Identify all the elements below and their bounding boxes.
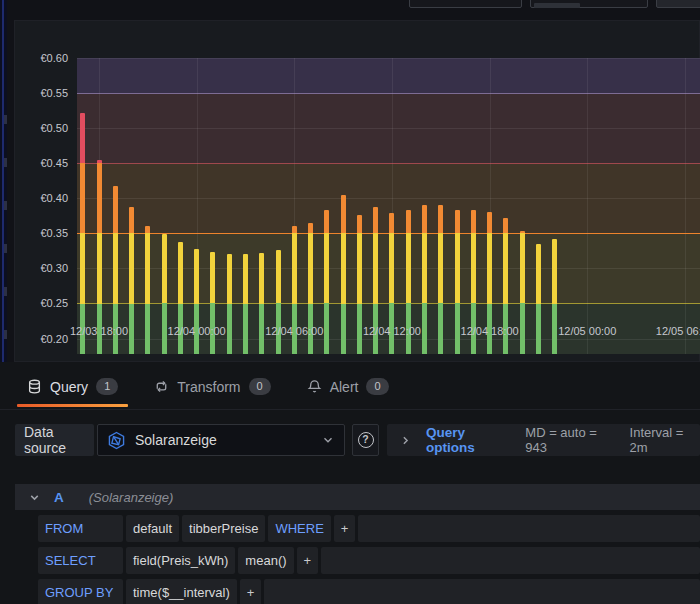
y-tick-label: €0.45 bbox=[15, 157, 68, 169]
tab-transform-count-badge: 0 bbox=[249, 378, 271, 395]
y-tick-label: €0.30 bbox=[15, 262, 68, 274]
price-bar bbox=[227, 254, 232, 354]
cropped-button-segment bbox=[534, 3, 580, 8]
price-bar bbox=[194, 249, 199, 354]
x-tick-label: 12/05 06:00 bbox=[640, 325, 700, 337]
query-row-from: FROMdefaulttibberPreiseWHERE+ bbox=[38, 515, 700, 542]
x-tick-label: 12/04 00:00 bbox=[152, 325, 242, 337]
left-strip-mark bbox=[4, 115, 7, 124]
x-tick-label: 12/05 00:00 bbox=[542, 325, 632, 337]
h-gridline bbox=[77, 128, 700, 129]
threshold-line bbox=[77, 93, 700, 94]
price-bar bbox=[243, 254, 248, 354]
price-bar bbox=[341, 195, 346, 354]
y-tick-label: €0.35 bbox=[15, 227, 68, 239]
datasource-label: Data source bbox=[15, 424, 94, 456]
datasource-value: Solaranzeige bbox=[135, 432, 217, 448]
transform-icon bbox=[154, 379, 169, 394]
question-circle-icon: ? bbox=[358, 432, 374, 448]
interval-stat: Interval = 2m bbox=[630, 425, 700, 455]
y-tick-label: €0.40 bbox=[15, 192, 68, 204]
query-row-filler bbox=[358, 515, 700, 542]
price-bar bbox=[145, 226, 150, 354]
query-keyword-label[interactable]: GROUP BY bbox=[38, 579, 123, 604]
query-datasource-hint: (Solaranzeige) bbox=[89, 490, 174, 505]
tabs-divider bbox=[0, 409, 700, 410]
chevron-down-icon bbox=[28, 491, 41, 504]
query-options-label: Query options bbox=[426, 425, 511, 455]
tab-query-count-badge: 1 bbox=[96, 378, 118, 395]
x-tick-label: 12/03 18:00 bbox=[54, 325, 144, 337]
bar-chart-plot bbox=[77, 58, 700, 354]
tab-alert-count-badge: 0 bbox=[366, 378, 388, 395]
query-ref-id: A bbox=[54, 490, 64, 505]
tab-alert-label: Alert bbox=[330, 379, 359, 395]
v-gridline bbox=[587, 58, 588, 354]
price-bar bbox=[438, 205, 443, 354]
chevron-right-icon bbox=[399, 434, 412, 447]
price-bar bbox=[259, 253, 264, 354]
query-value-segment[interactable]: tibberPreise bbox=[182, 515, 265, 542]
bell-icon bbox=[307, 379, 322, 394]
editor-tabs: Query 1 Transform 0 bbox=[17, 378, 415, 407]
price-bar bbox=[276, 250, 281, 355]
y-tick-label: €0.55 bbox=[15, 87, 68, 99]
v-gridline bbox=[685, 58, 686, 354]
query-row-group-by: GROUP BYtime($__interval)+ bbox=[38, 579, 700, 604]
tab-transform-label: Transform bbox=[177, 379, 240, 395]
tab-transform[interactable]: Transform 0 bbox=[144, 378, 280, 407]
query-a-header[interactable]: A (Solaranzeige) bbox=[15, 484, 700, 510]
panel-editor-bottom-section: Query 1 Transform 0 bbox=[0, 362, 700, 604]
price-bar bbox=[210, 252, 215, 354]
price-bar bbox=[536, 244, 541, 354]
left-strip-mark bbox=[4, 330, 7, 339]
query-keyword-label[interactable]: SELECT bbox=[38, 547, 123, 574]
price-chart-panel: €0.60€0.55€0.50€0.45€0.40€0.35€0.30€0.25… bbox=[14, 20, 700, 362]
datasource-help-button[interactable]: ? bbox=[352, 424, 379, 456]
max-datapoints-stat: MD = auto = 943 bbox=[525, 425, 615, 455]
database-icon bbox=[27, 379, 42, 394]
cropped-toolbar-button[interactable] bbox=[530, 0, 648, 8]
add-segment-button[interactable]: + bbox=[240, 579, 262, 604]
query-keyword-segment[interactable]: WHERE bbox=[268, 515, 330, 542]
price-bar bbox=[80, 113, 85, 354]
query-row-filler bbox=[264, 579, 700, 604]
add-segment-button[interactable]: + bbox=[334, 515, 356, 542]
y-tick-label: €0.60 bbox=[15, 52, 68, 64]
left-strip-mark bbox=[4, 201, 7, 210]
tab-query[interactable]: Query 1 bbox=[17, 378, 128, 407]
x-tick-label: 12/04 18:00 bbox=[445, 325, 535, 337]
chevron-down-icon bbox=[321, 433, 335, 447]
h-gridline bbox=[77, 198, 700, 199]
tab-alert[interactable]: Alert 0 bbox=[297, 378, 399, 407]
query-value-segment[interactable]: default bbox=[126, 515, 179, 542]
left-strip-mark bbox=[4, 244, 7, 253]
x-tick-label: 12/04 06:00 bbox=[249, 325, 339, 337]
threshold-line bbox=[77, 163, 700, 164]
influxdb-logo-icon bbox=[107, 431, 126, 450]
y-tick-label: €0.50 bbox=[15, 122, 68, 134]
price-bar bbox=[178, 242, 183, 354]
x-tick-label: 12/04 12:00 bbox=[347, 325, 437, 337]
query-row-filler bbox=[321, 547, 700, 574]
query-row-select: SELECTfield(Preis_kWh)mean()+ bbox=[38, 547, 700, 574]
y-tick-label: €0.25 bbox=[15, 297, 68, 309]
threshold-band bbox=[77, 58, 700, 93]
query-options-bar[interactable]: Query options MD = auto = 943 Interval =… bbox=[387, 424, 700, 456]
cropped-toolbar-button[interactable] bbox=[656, 0, 700, 8]
cropped-toolbar-button[interactable] bbox=[409, 0, 522, 8]
query-value-segment[interactable]: field(Preis_kWh) bbox=[126, 547, 235, 574]
h-gridline bbox=[77, 58, 700, 59]
add-segment-button[interactable]: + bbox=[297, 547, 319, 574]
tab-query-label: Query bbox=[50, 379, 88, 395]
query-keyword-label[interactable]: FROM bbox=[38, 515, 123, 542]
grafana-panel-edit-screen: { "chart_data": { "type": "bar", "title"… bbox=[0, 0, 700, 604]
query-value-segment[interactable]: mean() bbox=[238, 547, 293, 574]
datasource-picker[interactable]: Solaranzeige bbox=[97, 424, 345, 456]
query-value-segment[interactable]: time($__interval) bbox=[126, 579, 237, 604]
left-strip-mark bbox=[4, 287, 7, 296]
left-strip-mark bbox=[4, 158, 7, 167]
datasource-row: Data source Solaranzeige ? bbox=[0, 424, 700, 456]
